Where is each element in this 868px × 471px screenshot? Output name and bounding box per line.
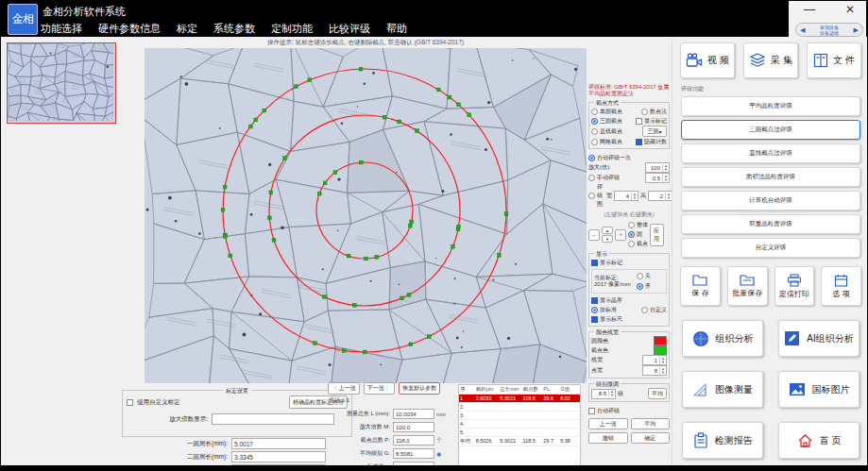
table-row[interactable]: 3.	[459, 412, 580, 420]
close-button[interactable]: ✕	[845, 3, 855, 16]
scaled-print-button[interactable]: 定倍打印	[774, 266, 815, 306]
method-average-grain[interactable]: 平均晶粒度评级	[681, 96, 860, 116]
menu-system-params[interactable]: 系统参数	[213, 22, 255, 36]
manual-step-stepper[interactable]: 0.5▲▼	[645, 173, 670, 183]
checkbox-show-ruler[interactable]	[591, 316, 598, 323]
level-stepper[interactable]: 8.5▲▼	[591, 389, 616, 399]
radio-move-whole[interactable]	[628, 222, 635, 228]
radio-standard-mode[interactable]	[591, 307, 598, 313]
checkbox-hide-count[interactable]	[636, 139, 642, 145]
file-button[interactable]: 文 件	[807, 42, 861, 78]
clipboard-icon	[693, 432, 708, 448]
standard-image-button[interactable]: 国标图片	[778, 371, 859, 408]
micrograph-canvas[interactable]: 50.0 μm	[145, 48, 587, 383]
ai-analysis-button[interactable]: AI组织分析	[778, 320, 859, 357]
table-header-row[interactable]: 序截距μm总长mm截点数PLG值	[459, 385, 580, 395]
circle2-length-field[interactable]: 3.3345	[231, 451, 326, 463]
confirm-button[interactable]: 确定	[631, 432, 671, 444]
radio-auto-rate-once[interactable]	[588, 155, 595, 161]
home-button[interactable]: 首 页	[778, 422, 859, 459]
method-custom[interactable]: 自定义评级	[681, 238, 860, 258]
move-up-button[interactable]: ▲	[602, 227, 613, 234]
table-row[interactable]: 4.	[459, 420, 580, 429]
minimize-button[interactable]: —	[804, 3, 815, 16]
method-three-circle[interactable]: 三圆截点法评级	[681, 120, 860, 140]
apply-button[interactable]: 应用	[650, 224, 664, 246]
grain-level-radio[interactable]: ◉	[434, 450, 446, 457]
menu-custom-functions[interactable]: 定制功能	[271, 22, 313, 36]
table-row[interactable]: 5.	[459, 429, 580, 437]
previous-image-button[interactable]: 上一张	[588, 418, 628, 429]
line-width-stepper[interactable]: 1▲▼	[642, 355, 667, 365]
point-width-stepper[interactable]: 8▲▼	[642, 365, 667, 376]
image-thumbnail[interactable]	[7, 42, 116, 124]
pager-next-icon[interactable]: ▶	[854, 26, 859, 33]
circle1-length-field[interactable]: 5.0017	[231, 438, 326, 449]
menu-function-select[interactable]: 功能选择	[41, 22, 82, 36]
batch-save-button[interactable]: 批量保存	[727, 266, 768, 306]
radio-line-intercept[interactable]	[591, 128, 598, 135]
options-button[interactable]: 选 项	[821, 266, 861, 306]
radio-move-circle[interactable]	[628, 231, 635, 238]
radio-three-circle[interactable]	[591, 118, 598, 125]
magnification-field: 100.0	[393, 422, 434, 432]
radio-point-count[interactable]	[641, 109, 648, 115]
radio-grid-intercept[interactable]	[591, 139, 598, 145]
magnification-display-input[interactable]	[212, 413, 334, 425]
method-auto[interactable]: 计算机自动评级	[681, 191, 860, 210]
method-area[interactable]: 面积法晶粒度评级	[681, 167, 860, 187]
menu-help[interactable]: 帮助	[386, 22, 407, 36]
circle-color-swatch[interactable]	[654, 336, 667, 345]
move-down-button[interactable]: ▼	[602, 235, 613, 243]
table-cell	[542, 412, 559, 419]
menu-compare-rating[interactable]: 比较评级	[329, 22, 370, 36]
video-button[interactable]: 视 频	[680, 42, 735, 78]
zoom-out-button[interactable]: −	[588, 229, 600, 241]
radio-move-point[interactable]	[628, 241, 635, 247]
circle3-length-field[interactable]: 1.6672	[231, 464, 326, 471]
results-table[interactable]: 序截距μm总长mm截点数PLG值12.60325.3021118.629.66.…	[458, 384, 581, 470]
checkbox-show-mark2[interactable]	[591, 260, 598, 266]
prev-field-button[interactable]: 〈 上一张	[328, 382, 360, 395]
image-measure-button[interactable]: 图像测量	[682, 371, 763, 408]
width-stepper[interactable]: 4▲▼	[614, 191, 638, 201]
next-field-button[interactable]: 下一张 〉	[364, 382, 396, 395]
dropdown-circle-type[interactable]: 三圆 ▾	[642, 126, 667, 137]
radio-manual-rate[interactable]	[588, 175, 595, 181]
calibration-group: 标定设置 使用自定义标定 精确晶粒度标定向导 放大倍数显示:	[122, 390, 352, 437]
table-row[interactable]: 2.	[459, 403, 580, 412]
set-square-icon	[692, 382, 708, 397]
radio-display-off[interactable]	[637, 273, 643, 279]
table-cell: 总长mm	[499, 385, 521, 394]
method-line-intercept[interactable]: 直线截点法评级	[681, 143, 860, 163]
capture-button[interactable]: 采 集	[743, 42, 798, 78]
table-row[interactable]: 平均8.50265.3021118.529.75.38	[459, 437, 580, 446]
save-button[interactable]: 保 存	[680, 266, 721, 306]
table-cell: 29.7	[542, 437, 559, 446]
average-result-button[interactable]: 平均	[631, 418, 671, 429]
structure-analysis-button[interactable]: 组织分析	[682, 320, 763, 357]
home-icon	[797, 433, 813, 448]
stddev-radio[interactable]: ○	[434, 464, 446, 470]
height-stepper[interactable]: 2▲▼	[648, 191, 672, 201]
average-button[interactable]: 平均	[648, 388, 667, 399]
reset-defaults-button[interactable]: 恢复默认参数	[399, 382, 440, 395]
method-duplex[interactable]: 双重晶粒度评级	[681, 214, 860, 234]
radio-rating-chart[interactable]	[588, 193, 595, 199]
menu-hardware-info[interactable]: 硬件参数信息	[98, 22, 161, 36]
radio-custom-mode[interactable]	[641, 307, 648, 313]
zoom-in-button[interactable]: ＋	[615, 229, 626, 241]
pager-prev-icon[interactable]: ◀	[800, 26, 805, 33]
point-color-swatch[interactable]	[654, 345, 667, 355]
checkbox-show-boundaries[interactable]	[591, 297, 598, 304]
checkbox-custom-calibration[interactable]	[127, 399, 133, 406]
table-row[interactable]: 12.60325.3021118.629.66.02	[459, 395, 580, 403]
magnification-stepper[interactable]: 100▲▼	[645, 162, 670, 173]
checkbox-show-mark[interactable]	[636, 118, 642, 125]
undo-button[interactable]: 撤销	[588, 432, 628, 444]
report-button[interactable]: 检测报告	[682, 422, 763, 459]
radio-display-on[interactable]	[637, 283, 643, 290]
radio-single-circle[interactable]	[591, 109, 598, 115]
menu-calibration[interactable]: 标定	[177, 22, 197, 36]
checkbox-auto-rate[interactable]	[588, 408, 595, 414]
